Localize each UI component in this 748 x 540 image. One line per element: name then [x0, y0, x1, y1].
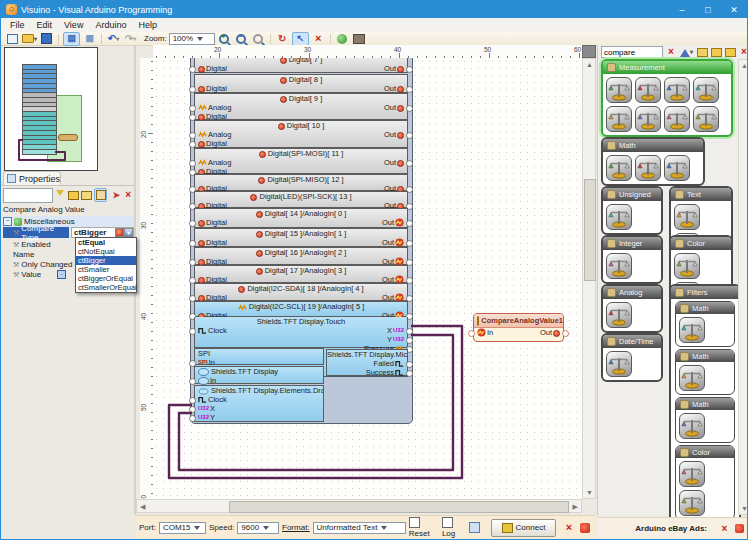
category-integer[interactable]: Integer [601, 235, 663, 284]
output-pin-out[interactable]: Out [384, 130, 404, 139]
pin-connector[interactable] [406, 337, 413, 344]
pin-connector[interactable] [406, 220, 413, 227]
input-pin-clock[interactable]: Clock [198, 326, 227, 335]
palette-item-measurement-6[interactable] [635, 106, 661, 132]
block-digital-7-[interactable]: Digital[ 7 ]DigitalOut [194, 58, 408, 73]
pin-connector[interactable] [406, 160, 413, 167]
palette-item-measurement-3[interactable] [664, 77, 690, 103]
output-pin-out[interactable]: Out [384, 84, 404, 93]
connect-button[interactable]: Connect [491, 519, 557, 537]
camera-icon[interactable] [352, 33, 367, 45]
category-header-text[interactable]: Text [671, 188, 731, 201]
block-digital-15-analogin-1-[interactable]: Digital[ 15 ]/AnalogIn[ 1 ]DigitalOut [194, 228, 408, 247]
toggle-grid-button[interactable]: ▦ [82, 33, 97, 45]
category-measurement[interactable]: Measurement [601, 59, 733, 137]
palette-item-measurement-4[interactable] [693, 77, 719, 103]
zoom-in-icon[interactable]: + [217, 33, 232, 45]
pin-connector[interactable] [189, 397, 196, 404]
dropdown-item-ctequal[interactable]: ctEqual [76, 238, 136, 247]
undo-button[interactable]: ↶▾ [106, 33, 121, 45]
close-button[interactable]: ✕ [721, 1, 747, 18]
pin-connector[interactable] [189, 220, 196, 227]
zoom-out-icon[interactable]: − [234, 33, 249, 45]
dropdown-item-ctnotequal[interactable]: ctNotEqual [76, 247, 136, 256]
speed-select[interactable]: 9600 [237, 522, 279, 534]
palette-item-measurement-7[interactable] [664, 106, 690, 132]
minimize-button[interactable]: – [669, 1, 695, 18]
pin-connector[interactable] [189, 378, 196, 385]
palette-item-unsigned-1[interactable] [606, 204, 632, 230]
category-header-date-time[interactable]: Date/Time [603, 335, 661, 348]
expand-all-icon[interactable] [68, 189, 79, 201]
input-pin-analog[interactable]: Analog [198, 130, 231, 139]
power-icon[interactable] [579, 522, 592, 534]
input-pin-x[interactable]: U32X [198, 404, 215, 413]
palette-item-filters-color-1[interactable] [679, 461, 705, 487]
dropdown-item-ctsmallerorequal[interactable]: ctSmallerOrEqual [76, 283, 136, 292]
help-globe-icon[interactable] [335, 33, 350, 45]
category-date-time[interactable]: Date/Time [601, 333, 663, 382]
pin-connector[interactable] [189, 406, 196, 413]
palette-item-analog-1[interactable] [606, 302, 632, 328]
category-header-math[interactable]: Math [676, 302, 734, 314]
pin-connector[interactable] [406, 132, 413, 139]
input-pin-digital[interactable]: Digital [198, 84, 227, 93]
category-unsigned[interactable]: Unsigned [601, 186, 663, 235]
palette-item-date-time-1[interactable] [606, 351, 632, 377]
palette-item-text-1[interactable] [674, 204, 700, 230]
palette-item-filters-color-2[interactable] [679, 490, 705, 516]
input-pin-digital[interactable]: Digital [198, 139, 227, 148]
output-pin-x[interactable]: XU32 [387, 326, 404, 335]
design-canvas[interactable]: Digital[ 7 ]DigitalOut Digital[ 8 ]Digit… [153, 58, 582, 499]
format-select[interactable]: Unformatted Text [313, 522, 406, 534]
compare-type-dropdown[interactable]: ctEqualctNotEqualctBiggerctSmallerctBigg… [75, 237, 137, 293]
input-pin-y[interactable]: U32Y [198, 413, 215, 422]
category-header-color[interactable]: Color [671, 237, 731, 250]
block-digital-10-[interactable]: Digital[ 10 ]AnalogOutDigital [194, 120, 408, 148]
pin-connector[interactable] [189, 86, 196, 93]
value-expander[interactable]: - [57, 270, 66, 279]
output-pin-out[interactable]: Out [384, 158, 404, 167]
palette-item-color-1[interactable] [674, 253, 700, 279]
block-digital-spi-miso-12-[interactable]: Digital(SPI-MISO)[ 12 ]DigitalOut [194, 174, 408, 191]
output-pin-failed[interactable]: Failed [374, 359, 404, 368]
palette-scrollbar[interactable]: ▲ ▼ [738, 59, 748, 515]
overview-minimap[interactable] [4, 47, 98, 171]
new-component-folder-icon[interactable] [696, 46, 708, 58]
log-file-icon[interactable] [468, 522, 481, 534]
input-pin-analog[interactable]: Analog [198, 158, 231, 167]
dropdown-item-ctsmaller[interactable]: ctSmaller [76, 265, 136, 274]
input-pin-clock[interactable]: Clock [198, 395, 227, 404]
pin-connector[interactable] [189, 328, 196, 335]
block-shields-tft-display-elements-draw-ellipse1[interactable]: Shields.TFT Display.Elements.Draw Ellips… [194, 385, 324, 422]
menu-file[interactable]: File [4, 18, 31, 32]
palette-item-math-1[interactable] [606, 155, 632, 181]
subcategory-color[interactable]: Color [675, 445, 735, 520]
log-checkbox[interactable]: Log [442, 517, 465, 538]
pin-connector[interactable] [189, 415, 196, 422]
palette-item-measurement-1[interactable] [606, 77, 632, 103]
category-header-filters[interactable]: Filters [671, 286, 739, 299]
block-digital-i2c-scl-19-analogin-5-[interactable]: Digital(I2C-SCL)[ 19 ]/AnalogIn[ 5 ]Digi… [194, 301, 408, 317]
pin-connector[interactable] [189, 132, 196, 139]
v-scroll-thumb[interactable] [584, 179, 596, 281]
port-select[interactable]: COM15 [159, 522, 206, 534]
category-header-math[interactable]: Math [676, 398, 734, 410]
tools-cancel-icon[interactable]: × [562, 522, 575, 534]
menu-help[interactable]: Help [132, 18, 163, 32]
new-project-button[interactable] [5, 33, 20, 45]
menu-arduino[interactable]: Arduino [89, 18, 132, 32]
pin-connector[interactable] [189, 141, 196, 148]
input-pin-digital[interactable]: Digital [198, 218, 227, 227]
pin-connector[interactable] [189, 240, 196, 247]
pin-icon[interactable]: ➤ [111, 189, 121, 201]
ads-close-icon[interactable]: × [719, 523, 730, 535]
category-header-math[interactable]: Math [603, 139, 703, 152]
ads-power-icon[interactable] [734, 523, 745, 535]
block-digital-14-analogin-0-[interactable]: Digital[ 14 ]/AnalogIn[ 0 ]DigitalOut [194, 208, 408, 228]
palette-item-filters-math-1[interactable] [679, 413, 705, 439]
output-pin-out[interactable]: Out [384, 103, 404, 112]
output-pin-success[interactable]: Success [366, 368, 404, 377]
palette-item-math-3[interactable] [664, 155, 690, 181]
zoom-reset-icon[interactable] [251, 33, 266, 45]
